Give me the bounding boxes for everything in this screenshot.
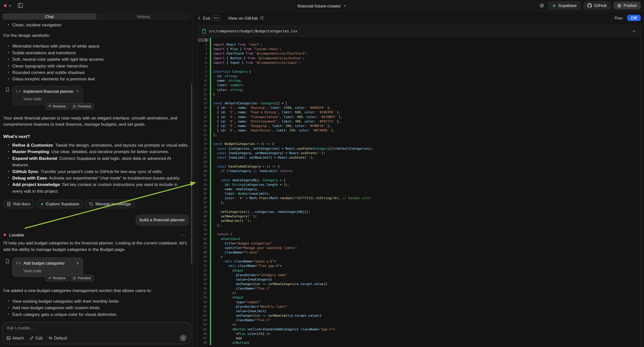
code-line: 43 bbox=[198, 228, 640, 232]
code-text: <div className="space-y-6"> bbox=[213, 259, 276, 264]
diff-added-marker bbox=[210, 314, 211, 318]
line-number: 65 bbox=[198, 327, 208, 331]
publish-button[interactable]: Publish bbox=[614, 2, 641, 10]
code-line: 53 placeholder="Category name" bbox=[198, 273, 640, 277]
chevron-right-icon bbox=[76, 89, 79, 93]
file-header[interactable]: src/components/budget/BudgetCategories.t… bbox=[198, 26, 640, 37]
view-on-github-link[interactable]: View on GitHub bbox=[228, 16, 264, 20]
code-icon bbox=[16, 89, 21, 93]
code-line: 50 <div className="space-y-6"> bbox=[198, 259, 640, 264]
line-number: 11 bbox=[198, 84, 208, 87]
edit-button[interactable]: Edit bbox=[30, 336, 42, 340]
workspace-menu-button[interactable]: ♥ bbox=[4, 3, 12, 8]
line-number: 35 bbox=[198, 192, 208, 196]
diff-added-marker bbox=[210, 128, 211, 133]
version-card-implement-financial-planner[interactable]: Implement financial planner View code bbox=[12, 86, 83, 105]
restore-button[interactable]: ↺ Restore bbox=[45, 103, 68, 109]
chat-scrollbar[interactable] bbox=[191, 84, 192, 264]
chat-input[interactable] bbox=[6, 325, 186, 332]
line-number: 51 bbox=[198, 264, 208, 268]
list-item: Debug with Ease: Activate our experiment… bbox=[3, 174, 189, 181]
exit-button[interactable]: Exit esc bbox=[198, 15, 220, 20]
code-text: <Button onClick={handleAddCategory} clas… bbox=[213, 327, 335, 331]
code-header: Exit esc View on GitHub Raw Diff bbox=[198, 13, 641, 23]
tab-chat[interactable]: Chat bbox=[2, 13, 96, 20]
attach-label: Attach bbox=[12, 336, 24, 340]
code-line: 26 const [newCategory, setNewCategory] =… bbox=[198, 151, 640, 155]
bookmark-icon[interactable] bbox=[5, 87, 9, 92]
chevron-left-icon bbox=[198, 16, 201, 20]
visit-docs-button[interactable]: Visit docs bbox=[3, 200, 34, 208]
code-text: type="number" bbox=[213, 300, 261, 304]
diff-added-marker bbox=[210, 169, 211, 173]
preview-button[interactable]: Preview bbox=[70, 275, 94, 281]
github-button[interactable]: GitHub bbox=[584, 2, 610, 10]
restore-button[interactable]: ↺ Restore bbox=[45, 275, 68, 281]
code-text: import { Button } from '@/components/ui/… bbox=[213, 56, 304, 60]
list-item: Refine & Customize: Tweak the design, an… bbox=[3, 142, 189, 148]
code-text: { id: '5', name: 'Shopping', limit: 200,… bbox=[213, 124, 331, 128]
code-line: 18 { id: '3', name: 'Transportation', li… bbox=[198, 114, 640, 119]
manage-knowledge-label: Manage knowledge bbox=[95, 202, 131, 206]
external-link-icon bbox=[73, 104, 76, 108]
code-icon bbox=[16, 261, 21, 265]
line-number: 27 bbox=[198, 156, 208, 159]
diff-added-marker bbox=[210, 236, 211, 241]
diff-added-marker bbox=[210, 78, 211, 83]
line-number: 33 bbox=[198, 183, 208, 186]
supabase-label: Supabase bbox=[558, 3, 576, 8]
diff-added-marker bbox=[210, 173, 211, 178]
diff-added-marker bbox=[210, 96, 211, 101]
code-line: 52 <Input bbox=[198, 268, 640, 272]
document-icon bbox=[7, 202, 11, 206]
version-card-add-budget-categories[interactable]: Add budget categories View code bbox=[12, 258, 83, 277]
chevron-up-icon[interactable] bbox=[632, 29, 636, 32]
code-line: 38 bbox=[198, 205, 640, 209]
line-number: 31 bbox=[198, 174, 208, 178]
code-text: const [newLimit, setNewLimit] = React.us… bbox=[213, 155, 314, 160]
code-line: 35 limit: Number(newLimit), bbox=[198, 192, 640, 196]
view-code-link[interactable]: View code bbox=[24, 268, 79, 274]
line-number: 66 bbox=[198, 332, 208, 336]
code-line: 58 <Input bbox=[198, 295, 640, 300]
code-line: 13} bbox=[198, 92, 640, 96]
code-line: 30 if (!newCategory || !newLimit) return… bbox=[198, 169, 640, 173]
diff-toggle[interactable]: Diff bbox=[627, 15, 641, 21]
supabase-bolt-icon bbox=[552, 4, 556, 8]
bookmark-icon[interactable] bbox=[5, 259, 9, 264]
manage-knowledge-button[interactable]: Manage knowledge bbox=[86, 200, 135, 208]
code-line: 32 const newCategoryObj: Category = { bbox=[198, 178, 640, 182]
line-number: 9 bbox=[198, 74, 208, 78]
attach-button[interactable]: Attach bbox=[6, 336, 24, 340]
diff-added-marker bbox=[210, 232, 211, 236]
code-line: 46 title="Budget Categories" bbox=[198, 241, 640, 246]
code-text: const defaultCategories: Category[] = [ bbox=[213, 101, 287, 106]
raw-toggle[interactable]: Raw bbox=[610, 16, 627, 20]
preview-button[interactable]: Preview bbox=[70, 103, 94, 109]
mode-selector[interactable]: Default bbox=[48, 336, 67, 340]
restore-icon: ↺ bbox=[48, 104, 51, 108]
tab-history[interactable]: History bbox=[96, 13, 191, 20]
line-number: 5 bbox=[198, 56, 208, 60]
project-switcher[interactable]: financial-future-creator bbox=[298, 0, 346, 11]
settings-gear-icon[interactable]: ⚙ bbox=[540, 2, 544, 9]
user-message: build a financial planner bbox=[136, 214, 189, 226]
send-button[interactable]: ↑ bbox=[180, 335, 186, 341]
code-line: 68 </Button> bbox=[198, 340, 640, 345]
supabase-button[interactable]: Supabase bbox=[548, 2, 580, 10]
view-code-link[interactable]: View code bbox=[24, 96, 79, 102]
diff-added-marker bbox=[210, 309, 211, 314]
diff-added-marker bbox=[210, 223, 211, 228]
code-text: }; bbox=[213, 200, 224, 205]
code-line: 48 className="h-auto" bbox=[198, 250, 640, 255]
message-more-options-icon[interactable]: ··· bbox=[181, 232, 189, 238]
diff-added-marker bbox=[210, 65, 211, 70]
code-line: 67 Add bbox=[198, 336, 640, 340]
line-number: 13 bbox=[198, 92, 208, 96]
explore-supabase-button[interactable]: Explore Supabase bbox=[36, 200, 83, 208]
line-number: 67 bbox=[198, 336, 208, 340]
toggle-sidebar-icon[interactable] bbox=[18, 3, 23, 8]
preview-label: Preview bbox=[78, 276, 91, 280]
code-text: placeholder="Category name" bbox=[213, 273, 287, 277]
esc-key-badge: esc bbox=[212, 15, 220, 20]
